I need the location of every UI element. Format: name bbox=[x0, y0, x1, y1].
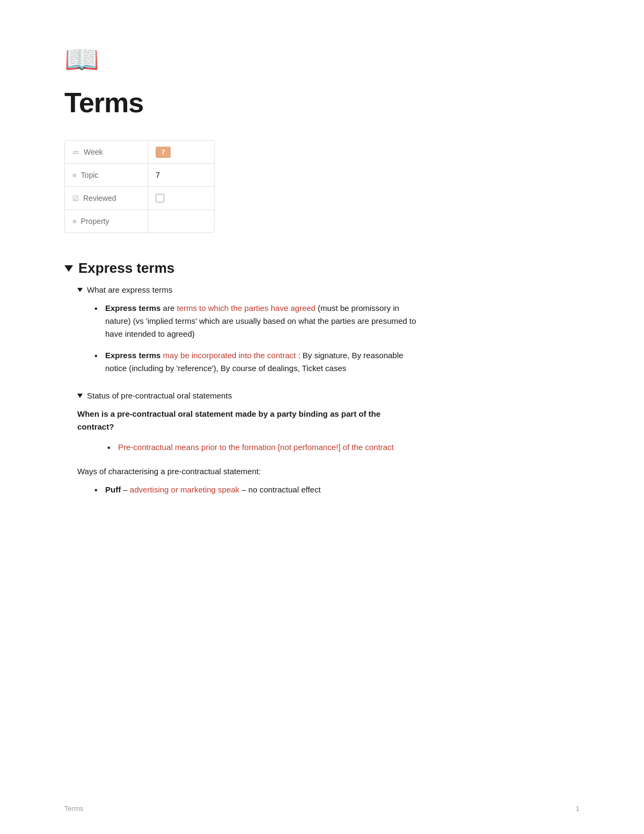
footer-label: Terms bbox=[64, 804, 83, 813]
puff-rest: – no contractual effect bbox=[241, 485, 320, 494]
property-value-week: 7 bbox=[148, 141, 178, 163]
bullet-express-terms-1: Express terms are terms to which the par… bbox=[94, 302, 419, 340]
property-label-week: ≔ Week bbox=[65, 141, 148, 163]
collapse-icon-what-are[interactable] bbox=[77, 288, 83, 292]
property-row-week: ≔ Week 7 bbox=[65, 141, 214, 164]
orange-puff: advertising or marketing speak bbox=[130, 485, 239, 494]
express-terms-bullet-list: Express terms are terms to which the par… bbox=[94, 302, 419, 375]
connector-1: are bbox=[163, 303, 177, 313]
week-badge: 7 bbox=[156, 147, 171, 158]
express-terms-section: Express terms What are express terms Exp… bbox=[64, 260, 419, 496]
list-icon-week: ≔ bbox=[72, 148, 79, 156]
orange-express-terms-2: may be incorporated into the contract bbox=[163, 351, 296, 360]
property-label-text-property: Property bbox=[81, 217, 109, 226]
property-row-reviewed: ☑ Reviewed bbox=[65, 187, 214, 210]
property-label-property: ≡ Property bbox=[65, 210, 148, 233]
page-title: Terms bbox=[64, 86, 419, 119]
property-row-property: ≡ Property bbox=[65, 210, 214, 233]
property-value-reviewed[interactable] bbox=[148, 187, 172, 209]
property-value-topic: 7 bbox=[148, 164, 167, 186]
book-icon: 📖 bbox=[64, 43, 419, 76]
bullet-pre-contractual-1: Pre-contractual means prior to the forma… bbox=[107, 441, 419, 454]
properties-table: ≔ Week 7 ≡ Topic 7 ☑ Reviewed bbox=[64, 140, 215, 233]
subsection-header-pre-contractual: Status of pre-contractual oral statement… bbox=[77, 391, 419, 400]
page-number: 1 bbox=[576, 804, 580, 813]
subsection-header-express-terms: What are express terms bbox=[77, 285, 419, 294]
property-label-reviewed: ☑ Reviewed bbox=[65, 187, 148, 209]
property-row-topic: ≡ Topic 7 bbox=[65, 164, 214, 187]
subsection-pre-contractual: Status of pre-contractual oral statement… bbox=[64, 391, 419, 496]
question-block: When is a pre-contractual oral statement… bbox=[77, 408, 419, 454]
checkbox-reviewed[interactable] bbox=[156, 194, 164, 202]
property-label-text-reviewed: Reviewed bbox=[83, 194, 116, 202]
puff-connector: – bbox=[123, 485, 130, 494]
orange-express-terms-1: terms to which the parties have agreed bbox=[177, 303, 315, 313]
express-terms-header: Express terms bbox=[64, 260, 419, 277]
property-label-topic: ≡ Topic bbox=[65, 164, 148, 186]
page-footer: Terms 1 bbox=[64, 804, 580, 813]
bold-express-terms-1: Express terms bbox=[105, 303, 160, 313]
ways-characterising-text: Ways of characterising a pre-contractual… bbox=[77, 467, 419, 476]
bold-puff: Puff bbox=[105, 485, 121, 494]
pre-contractual-bullet-list: Pre-contractual means prior to the forma… bbox=[107, 441, 419, 454]
list-icon-topic: ≡ bbox=[72, 171, 77, 179]
bullet-express-terms-2: Express terms may be incorporated into t… bbox=[94, 349, 419, 375]
collapse-icon-express-terms[interactable] bbox=[64, 265, 73, 272]
subsection-title-what-are: What are express terms bbox=[87, 285, 172, 294]
subsection-title-pre-contractual: Status of pre-contractual oral statement… bbox=[87, 391, 232, 400]
bullet-puff: Puff – advertising or marketing speak – … bbox=[94, 483, 419, 496]
subsection-what-are-express-terms: What are express terms Express terms are… bbox=[64, 285, 419, 375]
question-text: When is a pre-contractual oral statement… bbox=[77, 408, 419, 433]
express-terms-title: Express terms bbox=[78, 260, 174, 277]
list-icon-property: ≡ bbox=[72, 217, 77, 226]
collapse-icon-pre-contractual[interactable] bbox=[77, 394, 83, 398]
property-label-text-topic: Topic bbox=[81, 171, 99, 179]
ways-bullet-list: Puff – advertising or marketing speak – … bbox=[94, 483, 419, 496]
checkbox-icon-reviewed: ☑ bbox=[72, 194, 79, 202]
property-value-property bbox=[148, 210, 163, 233]
bold-express-terms-2: Express terms bbox=[105, 351, 160, 360]
orange-pre-contractual-1: Pre-contractual means prior to the forma… bbox=[118, 443, 394, 452]
property-label-text-week: Week bbox=[84, 148, 103, 156]
